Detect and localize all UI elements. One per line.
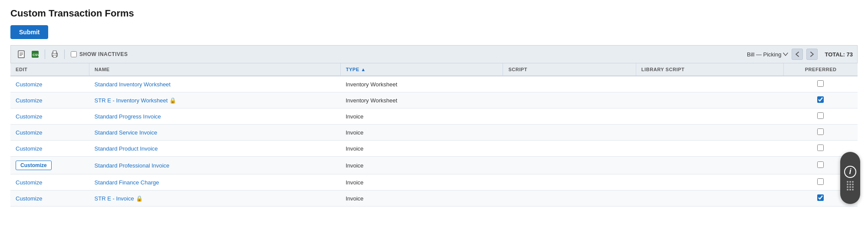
table-row: CustomizeStandard Service InvoiceInvoice [10, 125, 858, 141]
form-script [503, 92, 636, 108]
form-script [503, 108, 636, 125]
table-row: CustomizeStandard Finance ChargeInvoice [10, 174, 858, 191]
customize-button-outlined[interactable]: Customize [16, 161, 52, 170]
form-library-script [636, 92, 783, 108]
col-header-script: SCRIPT [503, 63, 636, 76]
toolbar-divider-2 [64, 49, 65, 59]
form-type: Inventory Worksheet [340, 92, 503, 108]
table-row: CustomizeStandard Inventory WorksheetInv… [10, 76, 858, 92]
form-script [503, 141, 636, 157]
customize-button[interactable]: Customize [16, 179, 42, 186]
preferred-checkbox[interactable] [817, 178, 824, 185]
table-row: CustomizeStandard Progress InvoiceInvoic… [10, 108, 858, 125]
preferred-cell [784, 76, 858, 92]
info-fab-dots [847, 181, 854, 191]
show-inactives-checkbox[interactable] [71, 51, 77, 57]
form-type: Invoice [340, 174, 503, 191]
form-library-script [636, 174, 783, 191]
form-script [503, 174, 636, 191]
print-icon[interactable] [49, 48, 61, 60]
form-library-script [636, 125, 783, 141]
form-name-link[interactable]: Standard Service Invoice [95, 129, 158, 136]
preferred-cell [784, 92, 858, 108]
col-header-name: NAME [89, 63, 341, 76]
table-body: CustomizeStandard Inventory WorksheetInv… [10, 76, 858, 207]
table-row: CustomizeStandard Professional InvoiceIn… [10, 157, 858, 174]
new-doc-icon[interactable] [15, 48, 27, 60]
bill-picker-dropdown[interactable]: Bill — Picking [747, 51, 788, 58]
form-script [503, 125, 636, 141]
table-wrap: EDIT NAME TYPE ▲ SCRIPT LIBRARY SCRIPT P… [10, 63, 858, 207]
form-name-link[interactable]: Standard Inventory Worksheet [95, 81, 171, 88]
show-inactives-area: SHOW INACTIVES [71, 51, 128, 57]
form-library-script [636, 191, 783, 207]
preferred-cell [784, 125, 858, 141]
total-label: TOTAL: 73 [825, 51, 853, 58]
nav-prev-button[interactable] [792, 49, 803, 60]
customize-button[interactable]: Customize [16, 113, 42, 120]
lock-icon: 🔒 [136, 195, 143, 202]
page-title: Custom Transaction Forms [10, 8, 858, 19]
form-script [503, 157, 636, 174]
form-name-link[interactable]: Standard Professional Invoice [95, 162, 170, 169]
toolbar-divider-1 [45, 49, 45, 59]
bill-picker-text: Bill — Picking [747, 51, 781, 58]
form-type: Invoice [340, 157, 503, 174]
svg-point-9 [56, 54, 57, 55]
form-type: Inventory Worksheet [340, 76, 503, 92]
preferred-checkbox[interactable] [817, 96, 824, 103]
col-header-edit: EDIT [10, 63, 89, 76]
preferred-checkbox[interactable] [817, 80, 824, 87]
preferred-checkbox[interactable] [817, 128, 824, 135]
export-csv-icon[interactable]: CSV [29, 48, 41, 60]
submit-button[interactable]: Submit [10, 25, 48, 39]
customize-button[interactable]: Customize [16, 195, 42, 202]
form-name-link[interactable]: STR E - Inventory Worksheet [95, 97, 168, 104]
form-script [503, 76, 636, 92]
col-header-preferred: PREFERRED [784, 63, 858, 76]
preferred-checkbox[interactable] [817, 161, 824, 168]
preferred-checkbox[interactable] [817, 112, 824, 119]
customize-button[interactable]: Customize [16, 145, 42, 152]
page-container: Custom Transaction Forms Submit CSV [0, 0, 868, 207]
lock-icon: 🔒 [169, 97, 176, 104]
form-library-script [636, 157, 783, 174]
form-type: Invoice [340, 125, 503, 141]
customize-button[interactable]: Customize [16, 129, 42, 136]
svg-rect-7 [53, 51, 56, 53]
preferred-checkbox[interactable] [817, 194, 824, 201]
forms-table: EDIT NAME TYPE ▲ SCRIPT LIBRARY SCRIPT P… [10, 63, 858, 207]
form-type: Invoice [340, 108, 503, 125]
chevron-down-icon [783, 53, 788, 56]
form-type: Invoice [340, 191, 503, 207]
form-name-link[interactable]: Standard Product Invoice [95, 145, 158, 152]
info-fab-button[interactable]: i [840, 152, 860, 204]
customize-button[interactable]: Customize [16, 81, 42, 88]
form-library-script [636, 141, 783, 157]
form-name-link[interactable]: STR E - Invoice [95, 195, 134, 202]
preferred-cell [784, 108, 858, 125]
table-row: CustomizeStandard Product InvoiceInvoice [10, 141, 858, 157]
col-header-type[interactable]: TYPE ▲ [340, 63, 503, 76]
customize-button[interactable]: Customize [16, 97, 42, 104]
info-icon: i [844, 166, 856, 178]
table-header: EDIT NAME TYPE ▲ SCRIPT LIBRARY SCRIPT P… [10, 63, 858, 76]
form-script [503, 191, 636, 207]
svg-text:CSV: CSV [33, 53, 39, 57]
preferred-checkbox[interactable] [817, 145, 824, 151]
col-header-library-script: LIBRARY SCRIPT [636, 63, 783, 76]
svg-rect-8 [53, 55, 56, 57]
toolbar-right: Bill — Picking TOTAL: 73 [747, 49, 853, 60]
form-name-link[interactable]: Standard Progress Invoice [95, 113, 161, 120]
table-row: CustomizeSTR E - Invoice🔒Invoice [10, 191, 858, 207]
toolbar: CSV SHOW INACTIVES Bill — Picking [10, 45, 858, 63]
form-type: Invoice [340, 141, 503, 157]
nav-next-button[interactable] [806, 49, 818, 60]
form-library-script [636, 76, 783, 92]
table-row: CustomizeSTR E - Inventory Worksheet🔒Inv… [10, 92, 858, 108]
form-name-link[interactable]: Standard Finance Charge [95, 179, 159, 186]
show-inactives-label: SHOW INACTIVES [79, 51, 128, 57]
form-library-script [636, 108, 783, 125]
